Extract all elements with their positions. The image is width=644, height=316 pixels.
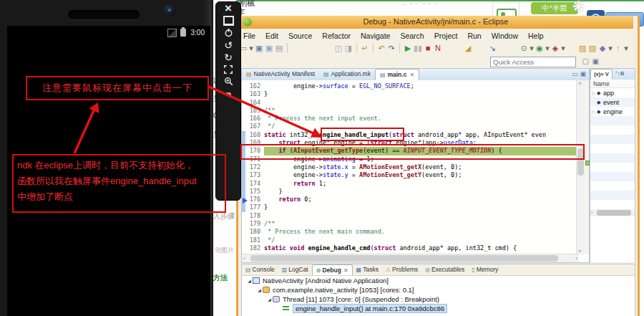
scroll-left-icon[interactable]: ‹ <box>243 254 245 262</box>
code-text <box>264 99 579 107</box>
zoom-in-icon[interactable] <box>216 75 240 87</box>
external-tools-icon[interactable]: ◈ <box>550 40 560 56</box>
vertical-scrollbar[interactable]: ˄ ˅ <box>576 80 585 254</box>
variable-row-engine[interactable]: ▷◆engine <box>590 107 635 116</box>
expand-icon[interactable]: ◢ <box>256 287 263 292</box>
annotate-icon[interactable]: ◆ <box>597 40 608 56</box>
prev-icon[interactable]: ↑ <box>613 40 623 56</box>
debug-tree-row[interactable]: ◢NativeActivity [Android Native Applicat… <box>242 276 635 285</box>
scrollbar-thumb[interactable] <box>577 148 584 176</box>
debug-tree-row[interactable]: ◢com.example.native_activity [1053] [cor… <box>242 285 635 295</box>
rotate-right-icon[interactable]: ↻ <box>216 51 240 63</box>
minimize-maximize-icons[interactable]: ▭ ▣ <box>572 70 586 77</box>
expand-icon[interactable]: ◢ <box>266 297 273 302</box>
variable-row-app[interactable]: ▷◆app <box>590 88 635 97</box>
tab-debug[interactable]: ⊙Debug✕ <box>312 264 353 275</box>
battery-icon <box>180 29 186 37</box>
tab-memory[interactable]: ▯Memory <box>468 264 502 274</box>
tab-label: Executables <box>431 266 464 273</box>
tab-variables[interactable]: (x)= V <box>590 69 613 80</box>
tab-logcat[interactable]: ▥LogCat <box>278 264 312 274</box>
close-icon[interactable]: × <box>216 2 240 14</box>
bg-text-fragment: 动图片 <box>215 246 234 255</box>
memory-icon: ▯ <box>472 267 474 273</box>
run-dropdown-icon[interactable]: ▾ <box>545 40 550 56</box>
quick-access-input[interactable] <box>490 57 576 67</box>
open-perspective-icon[interactable]: ▢ <box>582 57 589 65</box>
toolbar-separator <box>356 43 357 53</box>
empty-row <box>590 191 635 200</box>
new-dropdown-icon[interactable]: ▾ <box>248 40 254 56</box>
editor-tab-main-c[interactable]: ▤main.c✕ <box>375 69 419 80</box>
toolbar-separator <box>373 43 374 53</box>
debug-perspective-icon[interactable]: ▣ <box>592 57 599 65</box>
tab-problems[interactable]: ⚠Problems <box>382 264 421 274</box>
rotate-left-icon[interactable]: ↺ <box>216 39 240 51</box>
expand-icon[interactable]: ▷ <box>592 90 597 95</box>
ime-status-badge: 中°半简 <box>531 2 578 14</box>
save-icon[interactable]: ▣ <box>254 40 264 56</box>
emulator-screen[interactable]: 3:00 <box>7 26 210 316</box>
step-over-icon[interactable]: ↷ <box>386 40 396 56</box>
close-icon[interactable]: ✕ <box>343 267 348 274</box>
debug-icon[interactable]: ⊙ <box>519 40 529 56</box>
variables-h-scrollbar[interactable]: ‹ <box>590 209 635 216</box>
tab-console[interactable]: ▤Console <box>242 264 278 274</box>
format-brush-icon[interactable]: ◢ <box>463 40 473 56</box>
disconnect-icon[interactable]: N <box>433 40 443 56</box>
code-editor[interactable]: 162 engine->surface = EGL_NO_SURFACE;163… <box>242 80 579 257</box>
debug-tree-row[interactable]: engine_handle_input() at main.c:170 0xa9… <box>242 304 635 313</box>
code-line-172: 172 engine->state.x = AMotionEvent_getX(… <box>242 163 579 171</box>
step-return-icon[interactable]: ↵ <box>360 40 370 56</box>
bg-link-fragment[interactable]: 方法 <box>213 273 228 283</box>
editor-area: ▤NativeActivity Manifest▤Application.mk▤… <box>241 68 590 263</box>
tab-breakpoints[interactable]: °○B <box>613 69 628 79</box>
open-folder2-icon[interactable]: ▨ <box>587 40 597 56</box>
scrollbar-thumb[interactable] <box>250 255 558 262</box>
scroll-right-icon[interactable]: › <box>575 254 577 262</box>
run-icon[interactable]: ◉ <box>535 40 545 56</box>
print-icon[interactable]: ▤ <box>274 40 284 56</box>
title-bar[interactable]: Debug - NativeActivity/jni/main.c - Ecli… <box>238 16 633 29</box>
annotate-dropdown-icon[interactable]: ▾ <box>608 40 613 56</box>
variables-name-column-header[interactable]: Name <box>590 80 635 88</box>
horizontal-scrollbar[interactable]: ‹ › <box>242 254 579 262</box>
expand-icon[interactable]: ◢ <box>246 278 253 283</box>
fullscreen-icon[interactable] <box>216 63 240 75</box>
resume-icon[interactable]: ▶ <box>403 40 413 56</box>
empty-row <box>590 153 635 163</box>
tab-tasks[interactable]: ▦Tasks <box>353 264 382 274</box>
tab-label: NativeActivity Manifest <box>254 70 316 77</box>
prev-dropdown-icon[interactable]: ▾ <box>623 40 629 56</box>
code-line-165: 165/** <box>242 107 579 115</box>
ext-dropdown-icon[interactable]: ▾ <box>560 40 566 56</box>
open-folder-icon[interactable]: ▨ <box>577 40 587 56</box>
close-icon[interactable]: ✕ <box>409 72 414 78</box>
coverage-icon[interactable]: ◨ <box>343 40 353 56</box>
variable-row-event[interactable]: ◆event <box>590 97 635 107</box>
line-number: 166 <box>242 115 264 123</box>
terminate-icon[interactable]: ■ <box>423 40 433 56</box>
tab-executables[interactable]: ◎Executables <box>421 264 468 274</box>
scroll-left-icon[interactable]: ‹ <box>591 209 592 216</box>
scroll-up-icon[interactable]: ˄ <box>578 80 582 87</box>
power-icon[interactable] <box>216 27 240 39</box>
more-icon[interactable]: » <box>216 87 240 100</box>
editor-tab-nativeactivity-manifest[interactable]: ▤NativeActivity Manifest <box>242 69 319 80</box>
debug-tree-row[interactable]: ◢Thread [11] 1073 [core: 0] (Suspended :… <box>242 295 635 304</box>
minimize-icon[interactable] <box>216 14 240 27</box>
quick-access-row: ▢ ▣ <box>238 56 633 69</box>
save-all-icon[interactable]: ▣ <box>264 40 274 56</box>
code-text: /** <box>264 220 579 228</box>
expand-icon[interactable]: ▷ <box>592 109 597 114</box>
profile-icon[interactable]: ◫ <box>333 40 343 56</box>
overview-ruler[interactable] <box>585 80 589 254</box>
suspend-icon[interactable]: ▮▮ <box>413 40 423 56</box>
tree-label: com.example.native_activity [1053] [core… <box>273 286 414 294</box>
link-editor-icon[interactable]: ↘ <box>487 40 497 56</box>
scrollbar-thumb[interactable] <box>597 210 631 216</box>
debug-dropdown-icon[interactable]: ▾ <box>529 40 535 56</box>
empty-row <box>590 144 635 153</box>
editor-tab-application-mk[interactable]: ▤Application.mk <box>319 69 375 80</box>
drop-frame-icon[interactable]: ↶ <box>376 40 386 56</box>
